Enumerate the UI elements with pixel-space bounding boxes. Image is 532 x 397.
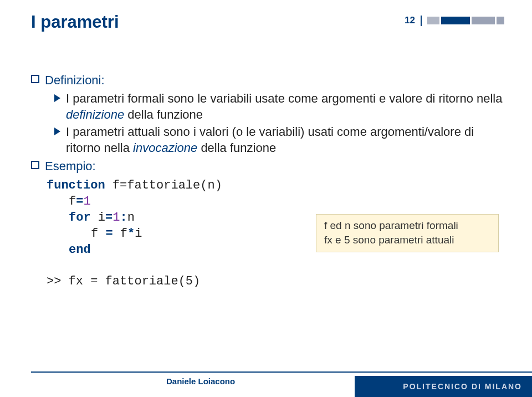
decor-block — [497, 17, 504, 24]
operator: = — [105, 211, 112, 225]
code-text: f — [91, 227, 105, 241]
footer-divider — [31, 371, 532, 373]
emphasis: invocazione — [133, 141, 197, 155]
bullet-square-icon — [31, 161, 39, 169]
slide-title: I parametri — [31, 12, 119, 32]
operator: * — [127, 227, 135, 241]
code-line: f=1 — [47, 194, 504, 210]
bullet-esempio: Esempio: — [31, 158, 504, 174]
operator: = — [105, 227, 112, 241]
header-decor — [427, 17, 504, 24]
triangle-icon — [54, 128, 60, 135]
keyword: function — [47, 179, 105, 192]
code-line: function f=fattoriale(n) — [47, 177, 504, 194]
command-line: >> fx = fattoriale(5) — [47, 273, 504, 289]
note-line: f ed n sono parametri formali — [324, 218, 490, 233]
sub-bullet-attuali: I parametri attuali sono i valori (o le … — [54, 124, 504, 156]
footer: Daniele Loiacono POLITECNICO DI MILANO — [0, 371, 532, 397]
content: Definizioni: I parametri formali sono le… — [31, 72, 504, 289]
page-indicator: 12 — [405, 16, 504, 26]
text-span: I parametri formali sono le variabili us… — [66, 91, 502, 105]
code-text: i — [135, 227, 142, 241]
keyword: for — [69, 211, 91, 225]
text-span: della funzione — [124, 108, 203, 121]
operator: = — [76, 195, 83, 208]
triangle-icon — [54, 94, 60, 102]
emphasis: definizione — [66, 108, 124, 121]
decor-block — [472, 17, 495, 24]
code-text: f — [69, 195, 76, 208]
code-text: i — [91, 211, 105, 225]
bullet-square-icon — [31, 75, 39, 83]
header: I parametri 12 — [31, 12, 504, 32]
decor-block — [441, 17, 470, 24]
slide: I parametri 12 Definizioni: I parametri … — [0, 0, 532, 397]
code-block: function f=fattoriale(n) f=1 for i=1:n f… — [47, 177, 504, 258]
footer-brand: POLITECNICO DI MILANO — [355, 376, 532, 397]
bullet-definizioni: Definizioni: — [31, 72, 504, 88]
number: 1 — [83, 195, 90, 208]
note-line: fx e 5 sono parametri attuali — [324, 233, 490, 247]
text-span: della funzione — [197, 141, 276, 155]
bullet-label: Definizioni: — [45, 72, 105, 88]
number: 1 — [112, 211, 120, 225]
sub-bullet-formali: I parametri formali sono le variabili us… — [54, 90, 504, 123]
note-box: f ed n sono parametri formali fx e 5 son… — [316, 214, 499, 252]
code-text: f — [113, 227, 127, 241]
code-text: n — [127, 211, 135, 225]
decor-block — [427, 17, 439, 24]
bullet-label: Esempio: — [45, 158, 96, 174]
operator: : — [120, 211, 127, 225]
sub-bullet-text: I parametri attuali sono i valori (o le … — [66, 124, 504, 156]
page-number: 12 — [405, 16, 422, 26]
sub-bullet-text: I parametri formali sono le variabili us… — [66, 90, 504, 123]
keyword: end — [69, 243, 91, 257]
footer-author: Daniele Loiacono — [166, 376, 235, 386]
code-text: f=fattoriale(n) — [105, 179, 222, 192]
